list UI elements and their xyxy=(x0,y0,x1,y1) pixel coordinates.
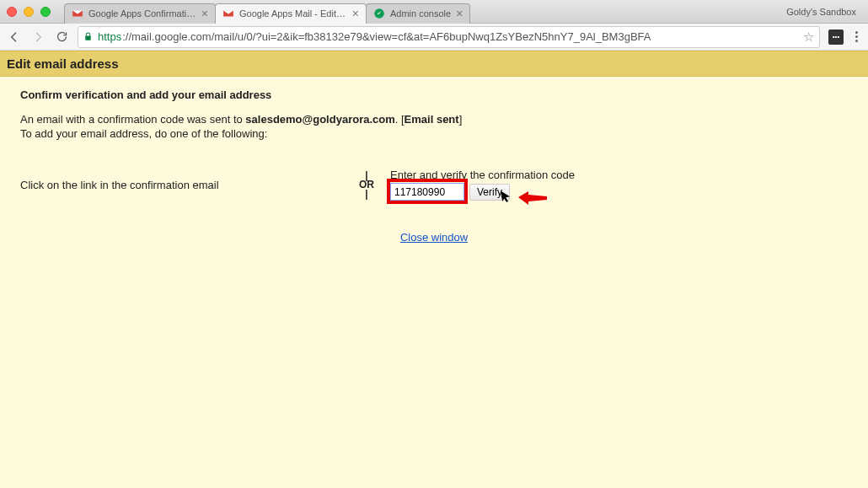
reload-button[interactable] xyxy=(54,29,69,45)
close-icon[interactable]: × xyxy=(352,7,359,20)
msg-prefix: An email with a confirmation code was se… xyxy=(20,113,245,126)
tab-label: Admin console xyxy=(390,8,451,19)
bookmark-star-icon[interactable]: ☆ xyxy=(803,29,814,45)
page-content: Edit email address Confirm verification … xyxy=(0,51,868,488)
tab-label: Google Apps Confirmation - Se xyxy=(88,8,196,19)
back-button[interactable] xyxy=(7,29,22,45)
close-icon[interactable]: × xyxy=(201,7,208,20)
address-bar: https ://mail.google.com/mail/u/0/?ui=2&… xyxy=(0,24,868,51)
extension-icon[interactable]: ••• xyxy=(828,29,844,45)
or-separator: | OR | xyxy=(353,172,380,197)
profile-button[interactable]: Goldy's Sandbox xyxy=(781,5,861,19)
option-link-text: Click on the link in the confirmation em… xyxy=(20,179,353,191)
url-scheme: https xyxy=(98,30,121,43)
verify-button[interactable]: Verify xyxy=(469,184,510,201)
msg-suffix: . [ xyxy=(395,113,405,126)
tab-strip: Google Apps Confirmation - Se × Google A… xyxy=(64,0,469,24)
confirmation-message: An email with a confirmation code was se… xyxy=(20,113,848,126)
menu-button[interactable] xyxy=(852,31,861,42)
arrow-annotation xyxy=(518,191,547,206)
tab-1[interactable]: Google Apps Mail - Edit email × xyxy=(215,3,367,24)
tab-2[interactable]: Admin console × xyxy=(366,3,470,24)
maximize-window-button[interactable] xyxy=(40,7,51,17)
close-window-button[interactable] xyxy=(7,7,17,17)
close-window-row: Close window xyxy=(20,231,848,244)
window-controls xyxy=(7,7,51,17)
email-sent-status: Email sent xyxy=(405,113,459,126)
close-window-link[interactable]: Close window xyxy=(400,231,468,244)
close-icon[interactable]: × xyxy=(456,7,463,20)
subheading: Confirm verification and add your email … xyxy=(20,88,848,101)
url-field[interactable]: https ://mail.google.com/mail/u/0/?ui=2&… xyxy=(78,26,820,48)
forward-button[interactable] xyxy=(30,29,46,45)
confirmation-code-input[interactable] xyxy=(390,183,464,201)
instruction-line: To add your email address, do one of the… xyxy=(20,127,848,140)
enter-code-label: Enter and verify the confirmation code xyxy=(390,169,575,181)
lock-icon xyxy=(83,31,93,42)
verification-options: Click on the link in the confirmation em… xyxy=(20,169,848,201)
minimize-window-button[interactable] xyxy=(24,7,34,17)
url-path: ://mail.google.com/mail/u/0/?ui=2&ik=fb3… xyxy=(122,30,651,43)
page-title: Edit email address xyxy=(0,51,868,77)
browser-titlebar: Google Apps Confirmation - Se × Google A… xyxy=(0,0,868,24)
email-address: salesdemo@goldyarora.com xyxy=(245,113,394,126)
verify-code-section: Enter and verify the confirmation code V… xyxy=(380,169,575,201)
msg-end: ] xyxy=(459,113,463,126)
tab-0[interactable]: Google Apps Confirmation - Se × xyxy=(64,3,216,24)
admin-icon xyxy=(373,8,385,19)
gmail-icon xyxy=(72,8,83,19)
gmail-icon xyxy=(222,8,234,19)
tab-label: Google Apps Mail - Edit email xyxy=(239,8,347,19)
